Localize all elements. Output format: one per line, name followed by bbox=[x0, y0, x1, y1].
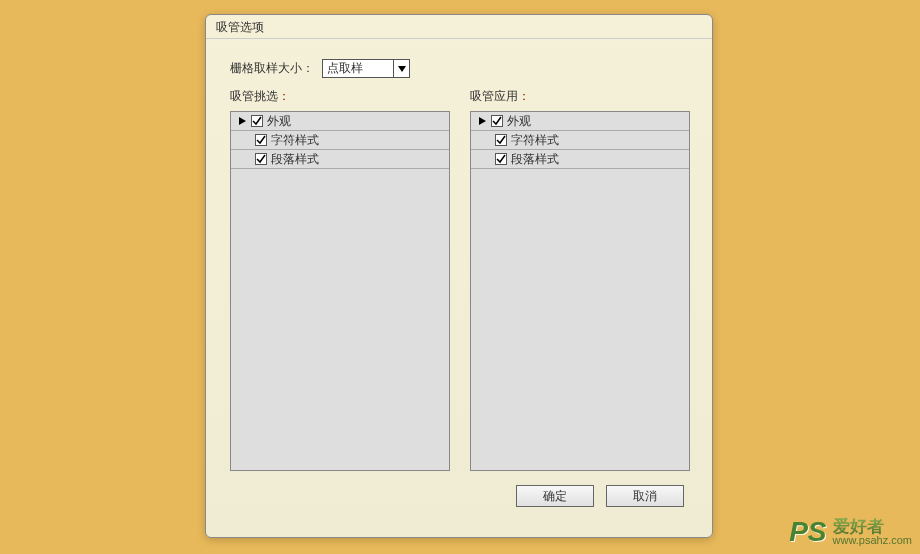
dropdown-arrow-icon bbox=[393, 59, 410, 78]
tree-columns: 吸管挑选： 外观 bbox=[230, 88, 688, 471]
tree-label: 字符样式 bbox=[271, 132, 319, 149]
ok-button[interactable]: 确定 bbox=[516, 485, 594, 507]
dialog-content: 栅格取样大小： 点取样 吸管挑选： bbox=[206, 39, 712, 519]
dialog-title: 吸管选项 bbox=[216, 20, 264, 34]
checkbox-appearance[interactable] bbox=[251, 115, 263, 127]
pick-column: 吸管挑选： 外观 bbox=[230, 88, 450, 471]
apply-column: 吸管应用： 外观 bbox=[470, 88, 690, 471]
watermark: PS 爱好者 www.psahz.com bbox=[789, 516, 912, 548]
watermark-url: www.psahz.com bbox=[833, 535, 912, 546]
apply-column-label: 吸管应用： bbox=[470, 88, 690, 105]
sample-size-value: 点取样 bbox=[327, 60, 363, 77]
tree-label: 段落样式 bbox=[271, 151, 319, 168]
sample-size-select[interactable]: 点取样 bbox=[322, 59, 410, 78]
cancel-button[interactable]: 取消 bbox=[606, 485, 684, 507]
svg-marker-2 bbox=[479, 117, 486, 125]
tree-row-char-style[interactable]: 字符样式 bbox=[471, 131, 689, 150]
svg-marker-1 bbox=[239, 117, 246, 125]
expand-arrow-icon[interactable] bbox=[237, 117, 247, 125]
checkbox-appearance[interactable] bbox=[491, 115, 503, 127]
pick-tree[interactable]: 外观 字符样式 段落样式 bbox=[230, 111, 450, 471]
eyedropper-options-dialog: 吸管选项 栅格取样大小： 点取样 吸管挑选： bbox=[205, 14, 713, 538]
tree-row-paragraph-style[interactable]: 段落样式 bbox=[231, 150, 449, 169]
tree-row-appearance[interactable]: 外观 bbox=[471, 112, 689, 131]
checkbox-paragraph-style[interactable] bbox=[255, 153, 267, 165]
tree-label: 段落样式 bbox=[511, 151, 559, 168]
tree-row-appearance[interactable]: 外观 bbox=[231, 112, 449, 131]
svg-marker-0 bbox=[398, 66, 406, 72]
tree-label: 字符样式 bbox=[511, 132, 559, 149]
expand-arrow-icon[interactable] bbox=[477, 117, 487, 125]
checkbox-paragraph-style[interactable] bbox=[495, 153, 507, 165]
ps-logo: PS bbox=[789, 516, 826, 548]
tree-row-char-style[interactable]: 字符样式 bbox=[231, 131, 449, 150]
sample-size-label: 栅格取样大小： bbox=[230, 60, 314, 77]
button-row: 确定 取消 bbox=[230, 485, 688, 507]
dialog-title-bar: 吸管选项 bbox=[206, 15, 712, 39]
checkbox-char-style[interactable] bbox=[255, 134, 267, 146]
tree-label: 外观 bbox=[507, 113, 531, 130]
sample-size-row: 栅格取样大小： 点取样 bbox=[230, 59, 688, 78]
watermark-cn: 爱好者 bbox=[833, 518, 912, 535]
apply-tree[interactable]: 外观 字符样式 段落样式 bbox=[470, 111, 690, 471]
checkbox-char-style[interactable] bbox=[495, 134, 507, 146]
pick-column-label: 吸管挑选： bbox=[230, 88, 450, 105]
tree-row-paragraph-style[interactable]: 段落样式 bbox=[471, 150, 689, 169]
tree-label: 外观 bbox=[267, 113, 291, 130]
